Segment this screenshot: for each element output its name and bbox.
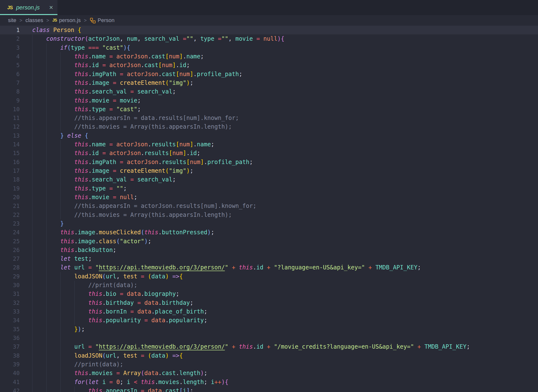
code-line[interactable]: 17this.image = createElement("img"); — [0, 166, 538, 175]
code-token: . — [95, 238, 99, 245]
line-number[interactable]: 31 — [0, 290, 20, 298]
line-number[interactable]: 28 — [0, 263, 20, 272]
code-line[interactable]: 11//this.appearsIn = data.results[num].k… — [0, 114, 538, 122]
code-line[interactable]: 2constructor(actorJson, num, search_val … — [0, 34, 538, 43]
code-line[interactable]: 8this.search_val = search_val; — [0, 87, 538, 96]
code-line[interactable]: 38loadJSON(url, test = (data) =>{ — [0, 351, 538, 360]
line-number[interactable]: 9 — [0, 96, 20, 105]
code-line[interactable]: 26this.backButton; — [0, 246, 538, 254]
code-line[interactable]: 4this.name = actorJson.cast[num].name; — [0, 52, 538, 61]
code-line[interactable]: 35}); — [0, 325, 538, 334]
code-line[interactable]: 42this.appearsIn = data.cast[i]; — [0, 386, 538, 392]
code-line[interactable]: 9this.movie = movie; — [0, 96, 538, 105]
code-line[interactable]: 29loadJSON(url, test = (data) =>{ — [0, 272, 538, 281]
line-number[interactable]: 1 — [0, 26, 20, 34]
line-number[interactable]: 33 — [0, 307, 20, 316]
breadcrumb-item-symbol[interactable]: Person — [98, 17, 115, 24]
line-number[interactable]: 27 — [0, 254, 20, 263]
code-line[interactable]: 32this.birthday = data.birthday; — [0, 298, 538, 307]
line-number[interactable]: 13 — [0, 131, 20, 140]
line-number[interactable]: 17 — [0, 166, 20, 175]
close-tab-icon[interactable]: × — [49, 4, 53, 11]
line-number[interactable]: 40 — [0, 369, 20, 377]
code-line[interactable]: 36 — [0, 334, 538, 342]
line-number[interactable]: 34 — [0, 316, 20, 325]
code-line[interactable]: 12//this.movies = Array(this.appearsIn.l… — [0, 122, 538, 131]
code-line[interactable]: 3if(type === "cast"){ — [0, 43, 538, 52]
line-number[interactable]: 32 — [0, 298, 20, 307]
code-token: data — [151, 317, 165, 324]
code-line[interactable]: 27let test; — [0, 254, 538, 263]
code-line[interactable]: 41for(let i = 0; i < this.movies.length;… — [0, 378, 538, 386]
code-line[interactable]: 21//this.appearsIn = actorJson.results[n… — [0, 202, 538, 210]
code-line[interactable]: 25this.image.class("actor"); — [0, 237, 538, 246]
code-line[interactable]: 19this.type = ""; — [0, 184, 538, 193]
line-number[interactable]: 8 — [0, 87, 20, 96]
code-line[interactable]: 15this.id = actorJson.results[num].id; — [0, 149, 538, 157]
line-number[interactable]: 24 — [0, 228, 20, 237]
line-number[interactable]: 3 — [0, 43, 20, 52]
line-number[interactable]: 14 — [0, 140, 20, 149]
code-line[interactable]: 33this.bornIn = data.place_of_birth; — [0, 307, 538, 316]
code-line[interactable]: 39//print(data); — [0, 360, 538, 369]
code-line[interactable]: 5this.id = actorJson.cast[num].id; — [0, 61, 538, 70]
code-line[interactable]: 1class Person { — [0, 26, 538, 34]
line-number[interactable]: 25 — [0, 237, 20, 246]
code-line[interactable]: 14this.name = actorJson.results[num].nam… — [0, 140, 538, 149]
code-line[interactable]: 10this.type = "cast"; — [0, 105, 538, 114]
code-editor[interactable]: 1class Person {2constructor(actorJson, n… — [0, 26, 538, 392]
code-token: this — [144, 229, 158, 236]
code-token: , — [193, 35, 200, 42]
line-number[interactable]: 15 — [0, 149, 20, 157]
line-number[interactable]: 42 — [0, 386, 20, 392]
code-line[interactable]: 28let url = "https://api.themoviedb.org/… — [0, 263, 538, 272]
line-number[interactable]: 39 — [0, 360, 20, 369]
line-number[interactable]: 41 — [0, 378, 20, 386]
line-number[interactable]: 5 — [0, 61, 20, 70]
line-number[interactable]: 38 — [0, 351, 20, 360]
line-number[interactable]: 36 — [0, 334, 20, 342]
code-token: = — [130, 88, 137, 95]
line-number[interactable]: 10 — [0, 105, 20, 114]
line-number[interactable]: 2 — [0, 34, 20, 43]
line-number[interactable]: 18 — [0, 175, 20, 184]
code-line[interactable]: 24this.image.mouseClicked(this.buttonPre… — [0, 228, 538, 237]
line-number[interactable]: 26 — [0, 246, 20, 254]
line-number[interactable]: 20 — [0, 193, 20, 202]
line-number[interactable]: 11 — [0, 114, 20, 122]
code-line[interactable]: 18this.search_val = search_val; — [0, 175, 538, 184]
code-token: length — [179, 370, 200, 376]
breadcrumb-item-site[interactable]: site — [8, 17, 16, 24]
code-line[interactable]: 31this.bio = data.biography; — [0, 290, 538, 298]
code-line[interactable]: 16this.imgPath = actorJson.results[num].… — [0, 158, 538, 166]
code-line[interactable]: 37url = "https://api.themoviedb.org/3/pe… — [0, 342, 538, 351]
code-line[interactable]: 7this.image = createElement("img"); — [0, 78, 538, 87]
line-number[interactable]: 16 — [0, 158, 20, 166]
line-number[interactable]: 22 — [0, 211, 20, 219]
line-number[interactable]: 37 — [0, 342, 20, 351]
code-token: profile_path — [207, 159, 249, 165]
line-number[interactable]: 23 — [0, 219, 20, 228]
line-number[interactable]: 12 — [0, 122, 20, 131]
tab-person-js[interactable]: JS person.js × — [0, 0, 57, 15]
code-area[interactable]: 1class Person {2constructor(actorJson, n… — [0, 26, 538, 392]
code-line[interactable]: 13} else { — [0, 131, 538, 140]
line-number[interactable]: 29 — [0, 272, 20, 281]
line-number[interactable]: 7 — [0, 78, 20, 87]
breadcrumb-item-classes[interactable]: classes — [25, 17, 43, 24]
breadcrumb-item-file[interactable]: person.js — [59, 17, 81, 24]
code-line[interactable]: 20this.movie = null; — [0, 193, 538, 202]
line-number[interactable]: 4 — [0, 52, 20, 61]
line-number[interactable]: 30 — [0, 281, 20, 290]
code-line[interactable]: 34this.popularity = data.popularity; — [0, 316, 538, 325]
code-line[interactable]: 22//this.movies = Array(this.appearsIn.l… — [0, 211, 538, 219]
line-number[interactable]: 6 — [0, 70, 20, 78]
line-number[interactable]: 35 — [0, 325, 20, 334]
code-token: for — [74, 379, 85, 385]
line-number[interactable]: 19 — [0, 184, 20, 193]
code-line[interactable]: 23} — [0, 219, 538, 228]
line-number[interactable]: 21 — [0, 202, 20, 210]
code-line[interactable]: 6this.imgPath = actorJson.cast[num].prof… — [0, 70, 538, 78]
code-line[interactable]: 30//print(data); — [0, 281, 538, 290]
code-line[interactable]: 40this.movies = Array(data.cast.length); — [0, 369, 538, 377]
